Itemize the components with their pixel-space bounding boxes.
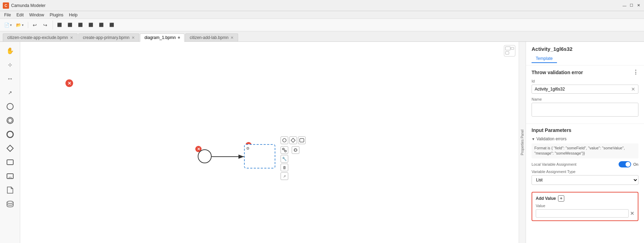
value-input-field[interactable] bbox=[536, 209, 629, 218]
distribute-v-button[interactable]: ⬛ bbox=[107, 21, 116, 30]
kebab-menu-button[interactable]: ⋮ bbox=[633, 69, 638, 76]
new-file-button[interactable]: 📄 ▾ bbox=[3, 22, 13, 28]
space-tool-button[interactable]: ↔ bbox=[4, 72, 16, 85]
ctx-int-event-btn[interactable] bbox=[292, 146, 299, 154]
close-button[interactable]: ✕ bbox=[636, 3, 641, 8]
tab-template[interactable]: Template bbox=[532, 55, 557, 63]
svg-point-2 bbox=[8, 118, 12, 123]
svg-point-3 bbox=[7, 131, 13, 138]
toggle-wrap: On bbox=[619, 161, 638, 167]
value-input-row: ✕ bbox=[536, 209, 634, 218]
properties-panel-tab[interactable]: Properties Panel bbox=[519, 42, 526, 243]
app-icon: C bbox=[3, 2, 9, 9]
ctx-arrow-btn[interactable]: ↗ bbox=[281, 172, 288, 180]
add-value-plus-button[interactable]: + bbox=[558, 195, 564, 202]
value-remove-button[interactable]: ✕ bbox=[630, 211, 634, 216]
svg-point-8 bbox=[7, 201, 13, 204]
tab-label: diagram_1.bpmn bbox=[144, 35, 176, 40]
menu-help[interactable]: Help bbox=[66, 12, 80, 18]
open-file-button[interactable]: 📂 ▾ bbox=[15, 22, 25, 28]
hand-tool-button[interactable]: ✋ bbox=[4, 45, 16, 57]
minimap-button[interactable] bbox=[503, 45, 516, 58]
tab-citizen-add-lab[interactable]: citizen-add-lab.bpmn ✕ bbox=[185, 33, 238, 41]
svg-rect-13 bbox=[300, 139, 304, 142]
local-var-toggle[interactable] bbox=[619, 161, 631, 167]
data-store-button[interactable] bbox=[4, 198, 16, 210]
maximize-button[interactable]: ☐ bbox=[629, 3, 634, 8]
align-center-h-button[interactable]: ⬛ bbox=[65, 21, 74, 30]
canvas-error-badge[interactable]: ✕ bbox=[65, 79, 73, 87]
local-var-label: Local Variable Assignment bbox=[532, 162, 576, 166]
panel-wrapper: Properties Panel Activity_1gl6s32 Templa… bbox=[519, 42, 644, 243]
var-assignment-type-select[interactable]: List Map Script bbox=[532, 175, 638, 185]
tab-close-icon[interactable]: ✕ bbox=[132, 36, 135, 40]
window-controls: — ☐ ✕ bbox=[622, 3, 641, 8]
start-event-button[interactable] bbox=[4, 100, 16, 113]
redo-button[interactable]: ↪ bbox=[41, 21, 50, 30]
id-clear-button[interactable]: ✕ bbox=[631, 86, 635, 92]
svg-rect-5 bbox=[7, 160, 13, 165]
minimize-button[interactable]: — bbox=[622, 3, 627, 8]
new-file-icon: 📄 bbox=[4, 23, 9, 28]
ctx-circle-btn[interactable] bbox=[281, 136, 288, 144]
ctx-diamond-btn[interactable] bbox=[289, 136, 297, 144]
validation-errors-header[interactable]: ▼ Validation errors bbox=[532, 136, 638, 141]
distribute-h-button[interactable]: ⬛ bbox=[97, 21, 106, 30]
svg-point-14 bbox=[283, 148, 284, 150]
panel-tabs: Template bbox=[532, 55, 638, 63]
data-object-button[interactable] bbox=[4, 184, 16, 196]
bpmn-diagram-svg bbox=[20, 42, 519, 243]
subprocess-button[interactable] bbox=[4, 170, 16, 182]
task-element[interactable]: ⚙ bbox=[244, 144, 275, 168]
section-title-text: Throw validation error bbox=[532, 70, 583, 75]
ctx-rect-btn[interactable] bbox=[298, 136, 306, 144]
end-event-button[interactable] bbox=[4, 128, 16, 141]
menu-plugins[interactable]: Plugins bbox=[47, 12, 66, 18]
canvas[interactable]: ✕ ✕ ✕ ⚙ bbox=[20, 42, 519, 243]
tab-diagram-1[interactable]: diagram_1.bpmn bbox=[140, 33, 184, 42]
ctx-connect-btn[interactable] bbox=[281, 146, 288, 154]
menu-edit[interactable]: Edit bbox=[14, 12, 26, 18]
id-input[interactable] bbox=[535, 87, 630, 92]
toolbar-history-group: ↩ ↪ bbox=[30, 21, 53, 30]
ctx-trash-btn[interactable]: 🗑 bbox=[281, 164, 288, 171]
svg-point-11 bbox=[283, 139, 286, 142]
intermediate-event-button[interactable] bbox=[4, 114, 16, 127]
open-file-icon: 📂 bbox=[16, 23, 21, 28]
name-textarea[interactable] bbox=[532, 103, 638, 117]
tab-close-icon[interactable]: ✕ bbox=[230, 36, 234, 40]
start-event[interactable] bbox=[198, 149, 212, 163]
left-toolbar: ✋ ⊹ ↔ ↗ bbox=[0, 42, 20, 243]
task-button[interactable] bbox=[4, 156, 16, 168]
undo-button[interactable]: ↩ bbox=[30, 21, 39, 30]
align-right-button[interactable]: ⬛ bbox=[76, 21, 85, 30]
toolbar-align-group: ⬛ ⬛ ⬛ ⬛ ⬛ ⬛ bbox=[55, 21, 119, 30]
unsaved-indicator bbox=[178, 37, 180, 39]
ctx-mini-palette bbox=[292, 146, 299, 154]
tab-close-icon[interactable]: ✕ bbox=[70, 36, 73, 40]
menu-file[interactable]: File bbox=[1, 12, 14, 18]
new-file-dropdown-icon: ▾ bbox=[10, 23, 12, 27]
menu-window[interactable]: Window bbox=[26, 12, 47, 18]
var-assignment-type-group: Variable Assignment Type List Map Script bbox=[532, 170, 638, 185]
input-params-label: Input Parameters bbox=[532, 127, 571, 133]
input-params-title: Input Parameters bbox=[532, 127, 638, 133]
connect-tool-button[interactable]: ↗ bbox=[4, 86, 16, 99]
align-left-button[interactable]: ⬛ bbox=[55, 21, 64, 30]
tab-create-app-primary[interactable]: create-app-primary.bpmn ✕ bbox=[78, 33, 139, 41]
ctx-toolbar-tools: 🔧 🗑 ↗ bbox=[281, 146, 288, 180]
section-title: Throw validation error ⋮ bbox=[532, 69, 638, 76]
gateway-button[interactable] bbox=[4, 142, 16, 155]
tab-label: create-app-primary.bpmn bbox=[83, 35, 129, 40]
var-assignment-type-label: Variable Assignment Type bbox=[532, 170, 638, 174]
tabs-bar: citizen-create-app-exclude.bpmn ✕ create… bbox=[0, 31, 644, 42]
ctx-wrench-btn[interactable]: 🔧 bbox=[281, 155, 288, 163]
tab-citizen-create-app-exclude[interactable]: citizen-create-app-exclude.bpmn ✕ bbox=[3, 33, 78, 41]
task-gear-icon: ⚙ bbox=[246, 146, 250, 151]
svg-line-16 bbox=[284, 150, 285, 150]
titlebar: C Camunda Modeler — ☐ ✕ bbox=[0, 0, 644, 11]
main-area: ✋ ⊹ ↔ ↗ ✕ bbox=[0, 42, 644, 243]
lasso-tool-button[interactable]: ⊹ bbox=[4, 58, 16, 71]
align-top-button[interactable]: ⬛ bbox=[86, 21, 95, 30]
toggle-knob bbox=[626, 162, 630, 167]
